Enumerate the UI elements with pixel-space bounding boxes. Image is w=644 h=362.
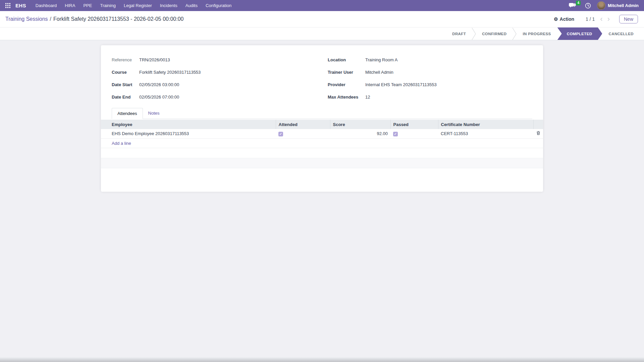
status-step-separator [472, 27, 476, 40]
status-step-draft[interactable]: DRAFT [446, 27, 472, 40]
notebook-tabs: Attendees Notes [112, 108, 532, 119]
messages-button[interactable]: 4 [569, 3, 576, 8]
add-line-row: Add a line [101, 138, 543, 148]
attendee-row[interactable]: EHS Demo Employee 20260317113553 ✓ 92.00… [101, 129, 543, 138]
column-header-certificate[interactable]: Certificate Number [438, 120, 533, 129]
trash-icon [536, 131, 541, 135]
tab-notes[interactable]: Notes [143, 108, 165, 119]
breadcrumb-current: Forklift Safety 20260317113553 - 2026-02… [53, 16, 183, 22]
field-max-attendees: Max Attendees 12 [328, 91, 532, 103]
form-view-area: Reference TRN/2026/0013 Course Forklift … [0, 40, 644, 357]
control-panel: Training Sessions / Forklift Safety 2026… [0, 11, 644, 27]
check-icon: ✓ [393, 132, 398, 136]
nav-menu-ppe[interactable]: PPE [79, 0, 96, 11]
form-fields: Reference TRN/2026/0013 Course Forklift … [101, 54, 543, 103]
pager-next-icon[interactable]: › [607, 16, 610, 22]
nav-menu-dashboard[interactable]: Dashboard [32, 0, 61, 11]
status-step-cancelled[interactable]: CANCELLED [603, 27, 639, 40]
user-menu[interactable]: Mitchell Admin [597, 1, 639, 10]
cell-score[interactable]: 92.00 [330, 129, 390, 138]
column-header-actions [533, 120, 543, 129]
column-header-score[interactable]: Score [330, 120, 390, 129]
top-navbar: EHS Dashboard HIRA PPE Training Legal Re… [0, 0, 644, 11]
action-menu-button[interactable]: ⚙ Action [554, 16, 574, 22]
field-course: Course Forklift Safety 20260317113553 [112, 66, 317, 78]
field-date-start: Date Start 02/05/2026 03:00:00 [112, 78, 317, 91]
form-column-right: Location Training Room A Trainer User Mi… [328, 54, 532, 103]
user-avatar [597, 1, 605, 10]
attended-checkbox[interactable]: ✓ [278, 132, 283, 136]
field-value-max-attendees[interactable]: 12 [365, 95, 370, 100]
field-value-location[interactable]: Training Room A [365, 57, 397, 62]
field-reference: Reference TRN/2026/0013 [112, 54, 317, 66]
breadcrumb: Training Sessions / Forklift Safety 2026… [5, 16, 183, 22]
field-trainer-user: Trainer User Mitchell Admin [328, 66, 532, 78]
field-value-provider[interactable]: Internal EHS Team 20260317113553 [365, 82, 437, 87]
user-name: Mitchell Admin [608, 3, 639, 8]
field-value-date-end[interactable]: 02/05/2026 07:00:00 [139, 95, 179, 100]
add-line-cell: Add a line [101, 138, 543, 148]
page-bottom-fade [0, 357, 644, 362]
field-label-trainer-user: Trainer User [328, 70, 365, 75]
field-value-trainer-user[interactable]: Mitchell Admin [365, 70, 393, 75]
field-value-reference: TRN/2026/0013 [139, 57, 170, 62]
field-label-provider: Provider [328, 82, 365, 87]
statusbar: DRAFT CONFIRMED IN PROGRESS COMPLETED CA… [0, 27, 644, 40]
nav-menu-incidents[interactable]: Incidents [156, 0, 181, 11]
clock-icon [585, 3, 591, 9]
record-pager-count: 1 / 1 [586, 16, 595, 22]
column-header-passed[interactable]: Passed [390, 120, 438, 129]
apps-grid-glyph [5, 3, 10, 8]
field-label-course: Course [112, 70, 139, 75]
tab-attendees[interactable]: Attendees [112, 108, 143, 119]
cell-attended: ✓ [276, 129, 330, 138]
passed-checkbox[interactable]: ✓ [393, 132, 398, 136]
nav-menu-audits[interactable]: Audits [181, 0, 202, 11]
cell-certificate[interactable]: CERT-113553 [438, 129, 533, 138]
nav-menu-legal-register[interactable]: Legal Register [120, 0, 156, 11]
cell-row-actions [533, 129, 543, 138]
attendees-table: Employee Attended Score Passed Certifica… [101, 120, 543, 168]
field-label-max-attendees: Max Attendees [328, 95, 365, 100]
gear-icon: ⚙ [554, 16, 558, 22]
status-step-in-progress[interactable]: IN PROGRESS [517, 27, 556, 40]
empty-list-row [101, 158, 543, 168]
field-value-course[interactable]: Forklift Safety 20260317113553 [139, 70, 201, 75]
nav-menu-hira[interactable]: HIRA [61, 0, 79, 11]
chat-bubbles-icon [569, 3, 576, 8]
empty-list-row [101, 148, 543, 158]
new-record-button[interactable]: New [619, 15, 638, 23]
nav-menu-training[interactable]: Training [96, 0, 119, 11]
check-icon: ✓ [278, 132, 283, 136]
sheet-footer [101, 168, 543, 192]
column-header-attended[interactable]: Attended [276, 120, 330, 129]
app-name[interactable]: EHS [15, 3, 30, 8]
nav-menu-configuration[interactable]: Configuration [202, 0, 235, 11]
field-value-date-start[interactable]: 02/05/2026 03:00:00 [139, 82, 179, 87]
field-label-date-end: Date End [112, 95, 139, 100]
action-label: Action [560, 16, 575, 22]
form-column-left: Reference TRN/2026/0013 Course Forklift … [112, 54, 317, 103]
status-step-confirmed[interactable]: CONFIRMED [476, 27, 512, 40]
field-location: Location Training Room A [328, 54, 532, 66]
add-a-line-link[interactable]: Add a line [112, 141, 131, 146]
field-label-reference: Reference [112, 57, 139, 62]
status-step-separator [512, 27, 517, 40]
status-step-completed[interactable]: COMPLETED [557, 27, 602, 40]
column-header-employee[interactable]: Employee [101, 120, 276, 129]
delete-row-button[interactable] [536, 131, 541, 135]
pager-prev-icon[interactable]: ‹ [600, 16, 602, 22]
breadcrumb-separator: / [50, 16, 51, 22]
record-sheet: Reference TRN/2026/0013 Course Forklift … [101, 45, 543, 192]
cell-passed: ✓ [390, 129, 438, 138]
activities-button[interactable] [585, 3, 591, 9]
message-count-badge: 4 [576, 1, 581, 5]
attendees-header-row: Employee Attended Score Passed Certifica… [101, 120, 543, 129]
field-provider: Provider Internal EHS Team 2026031711355… [328, 78, 532, 91]
field-date-end: Date End 02/05/2026 07:00:00 [112, 91, 317, 103]
cell-employee[interactable]: EHS Demo Employee 20260317113553 [101, 129, 276, 138]
apps-grid-icon[interactable] [3, 1, 12, 10]
breadcrumb-parent-link[interactable]: Training Sessions [5, 16, 48, 22]
field-label-date-start: Date Start [112, 82, 139, 87]
field-label-location: Location [328, 57, 365, 62]
